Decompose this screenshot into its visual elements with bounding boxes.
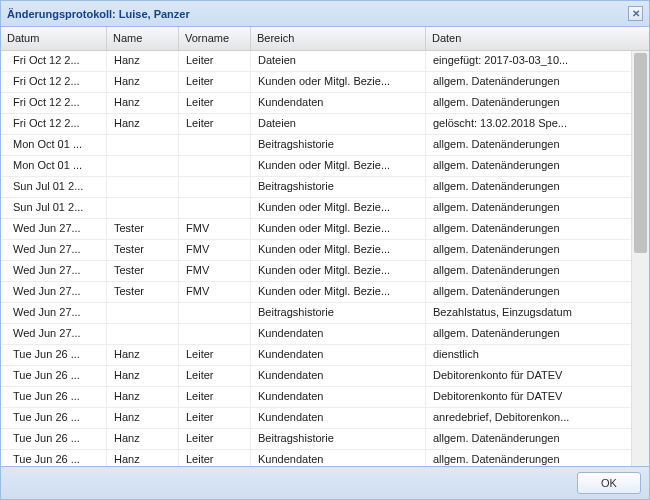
- cell-vorname: [179, 156, 251, 176]
- table-row[interactable]: Wed Jun 27...Kundendatenallgem. Datenänd…: [1, 324, 631, 345]
- cell-name: Tester: [107, 282, 179, 302]
- cell-daten: allgem. Datenänderungen: [426, 324, 631, 344]
- cell-datum: Wed Jun 27...: [1, 219, 107, 239]
- table-row[interactable]: Tue Jun 26 ...HanzLeiterKundendatenDebit…: [1, 366, 631, 387]
- cell-bereich: Beitragshistorie: [251, 135, 426, 155]
- cell-datum: Tue Jun 26 ...: [1, 366, 107, 386]
- cell-datum: Wed Jun 27...: [1, 324, 107, 344]
- col-header-daten[interactable]: Daten: [426, 27, 649, 50]
- cell-bereich: Kunden oder Mitgl. Bezie...: [251, 261, 426, 281]
- cell-datum: Tue Jun 26 ...: [1, 450, 107, 466]
- cell-name: Hanz: [107, 429, 179, 449]
- grid-body: Fri Oct 12 2...HanzLeiterDateieneingefüg…: [1, 51, 631, 466]
- cell-bereich: Kundendaten: [251, 450, 426, 466]
- cell-name: Hanz: [107, 51, 179, 71]
- col-header-vorname[interactable]: Vorname: [179, 27, 251, 50]
- cell-bereich: Kundendaten: [251, 408, 426, 428]
- cell-bereich: Kunden oder Mitgl. Bezie...: [251, 240, 426, 260]
- cell-name: Tester: [107, 261, 179, 281]
- cell-vorname: FMV: [179, 219, 251, 239]
- table-row[interactable]: Fri Oct 12 2...HanzLeiterDateiengelöscht…: [1, 114, 631, 135]
- table-row[interactable]: Fri Oct 12 2...HanzLeiterKunden oder Mit…: [1, 72, 631, 93]
- cell-vorname: Leiter: [179, 72, 251, 92]
- grid-header: Datum Name Vorname Bereich Daten: [1, 27, 649, 51]
- cell-datum: Wed Jun 27...: [1, 303, 107, 323]
- table-row[interactable]: Tue Jun 26 ...HanzLeiterBeitragshistorie…: [1, 429, 631, 450]
- table-row[interactable]: Sun Jul 01 2...Kunden oder Mitgl. Bezie.…: [1, 198, 631, 219]
- table-row[interactable]: Tue Jun 26 ...HanzLeiterKundendatendiens…: [1, 345, 631, 366]
- cell-bereich: Kundendaten: [251, 345, 426, 365]
- cell-daten: allgem. Datenänderungen: [426, 135, 631, 155]
- cell-daten: eingefügt: 2017-03-03_10...: [426, 51, 631, 71]
- cell-daten: allgem. Datenänderungen: [426, 177, 631, 197]
- col-header-name[interactable]: Name: [107, 27, 179, 50]
- table-row[interactable]: Wed Jun 27...TesterFMVKunden oder Mitgl.…: [1, 261, 631, 282]
- cell-name: [107, 303, 179, 323]
- cell-name: [107, 198, 179, 218]
- ok-button[interactable]: OK: [577, 472, 641, 494]
- scrollbar-thumb[interactable]: [634, 53, 647, 253]
- cell-datum: Sun Jul 01 2...: [1, 177, 107, 197]
- cell-bereich: Beitragshistorie: [251, 429, 426, 449]
- table-row[interactable]: Wed Jun 27...BeitragshistorieBezahlstatu…: [1, 303, 631, 324]
- table-row[interactable]: Fri Oct 12 2...HanzLeiterDateieneingefüg…: [1, 51, 631, 72]
- cell-daten: allgem. Datenänderungen: [426, 156, 631, 176]
- cell-datum: Wed Jun 27...: [1, 282, 107, 302]
- table-row[interactable]: Tue Jun 26 ...HanzLeiterKundendatenallge…: [1, 450, 631, 466]
- cell-daten: anredebrief, Debitorenkon...: [426, 408, 631, 428]
- cell-name: Hanz: [107, 450, 179, 466]
- cell-daten: Debitorenkonto für DATEV: [426, 387, 631, 407]
- cell-bereich: Kundendaten: [251, 93, 426, 113]
- close-button[interactable]: ✕: [628, 6, 643, 21]
- cell-vorname: Leiter: [179, 429, 251, 449]
- cell-vorname: [179, 324, 251, 344]
- table-row[interactable]: Wed Jun 27...TesterFMVKunden oder Mitgl.…: [1, 240, 631, 261]
- cell-daten: allgem. Datenänderungen: [426, 219, 631, 239]
- cell-vorname: Leiter: [179, 450, 251, 466]
- cell-daten: dienstlich: [426, 345, 631, 365]
- table-row[interactable]: Mon Oct 01 ...Kunden oder Mitgl. Bezie..…: [1, 156, 631, 177]
- cell-daten: allgem. Datenänderungen: [426, 198, 631, 218]
- cell-name: Hanz: [107, 366, 179, 386]
- cell-bereich: Kundendaten: [251, 324, 426, 344]
- col-header-datum[interactable]: Datum: [1, 27, 107, 50]
- cell-datum: Tue Jun 26 ...: [1, 408, 107, 428]
- cell-name: [107, 135, 179, 155]
- cell-bereich: Beitragshistorie: [251, 303, 426, 323]
- cell-vorname: Leiter: [179, 114, 251, 134]
- cell-vorname: [179, 198, 251, 218]
- cell-daten: allgem. Datenänderungen: [426, 429, 631, 449]
- cell-daten: allgem. Datenänderungen: [426, 450, 631, 466]
- cell-datum: Tue Jun 26 ...: [1, 429, 107, 449]
- cell-vorname: FMV: [179, 240, 251, 260]
- col-header-bereich[interactable]: Bereich: [251, 27, 426, 50]
- cell-bereich: Kunden oder Mitgl. Bezie...: [251, 72, 426, 92]
- cell-daten: allgem. Datenänderungen: [426, 93, 631, 113]
- table-row[interactable]: Fri Oct 12 2...HanzLeiterKundendatenallg…: [1, 93, 631, 114]
- table-row[interactable]: Wed Jun 27...TesterFMVKunden oder Mitgl.…: [1, 282, 631, 303]
- dialog-window: Änderungsprotokoll: Luise, Panzer ✕ Datu…: [0, 0, 650, 500]
- cell-datum: Wed Jun 27...: [1, 240, 107, 260]
- table-row[interactable]: Sun Jul 01 2...Beitragshistorieallgem. D…: [1, 177, 631, 198]
- cell-daten: Bezahlstatus, Einzugsdatum: [426, 303, 631, 323]
- cell-vorname: FMV: [179, 261, 251, 281]
- cell-vorname: [179, 135, 251, 155]
- cell-vorname: Leiter: [179, 366, 251, 386]
- table-row[interactable]: Mon Oct 01 ...Beitragshistorieallgem. Da…: [1, 135, 631, 156]
- table-row[interactable]: Tue Jun 26 ...HanzLeiterKundendatenanred…: [1, 408, 631, 429]
- cell-vorname: [179, 303, 251, 323]
- table-row[interactable]: Wed Jun 27...TesterFMVKunden oder Mitgl.…: [1, 219, 631, 240]
- grid-body-wrap: Fri Oct 12 2...HanzLeiterDateieneingefüg…: [1, 51, 649, 466]
- cell-name: Tester: [107, 219, 179, 239]
- cell-name: Hanz: [107, 93, 179, 113]
- cell-datum: Tue Jun 26 ...: [1, 387, 107, 407]
- table-row[interactable]: Tue Jun 26 ...HanzLeiterKundendatenDebit…: [1, 387, 631, 408]
- cell-datum: Mon Oct 01 ...: [1, 156, 107, 176]
- cell-datum: Sun Jul 01 2...: [1, 198, 107, 218]
- cell-name: Hanz: [107, 72, 179, 92]
- cell-datum: Tue Jun 26 ...: [1, 345, 107, 365]
- cell-name: [107, 177, 179, 197]
- cell-bereich: Kundendaten: [251, 366, 426, 386]
- cell-bereich: Dateien: [251, 114, 426, 134]
- vertical-scrollbar[interactable]: [631, 51, 649, 466]
